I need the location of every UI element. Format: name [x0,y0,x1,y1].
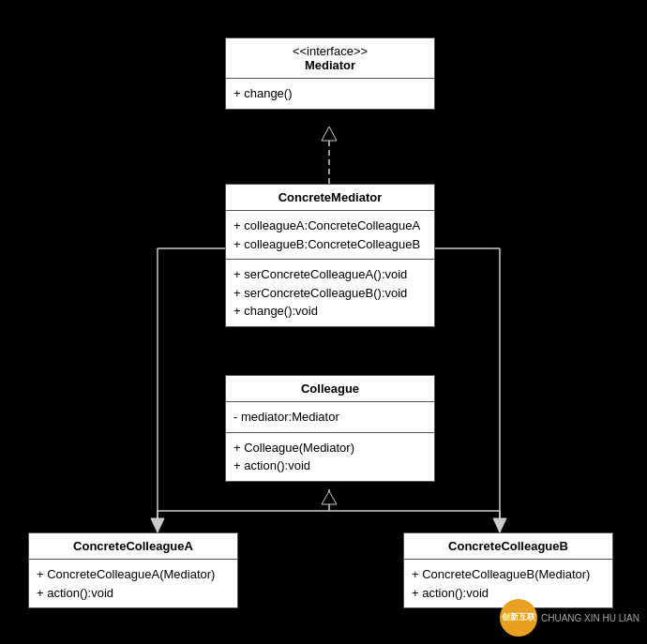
mediator-method-1: + change() [233,84,427,103]
cm-field-2: + colleagueB:ConcreteColleagueB [233,235,427,254]
mediator-methods: + change() [226,79,434,109]
watermark-logo-text: 创新互联 [502,613,535,622]
svg-marker-1 [322,127,337,141]
ccb-name: ConcreteColleagueB [448,539,568,553]
watermark-site-text: CHUANG XIN HU LIAN [541,613,639,623]
cm-method-3: + change():void [233,302,427,321]
concrete-mediator-fields: + colleagueA:ConcreteColleagueA + collea… [226,211,434,260]
colleague-method-2: + action():void [233,457,427,475]
concrete-mediator-header: ConcreteMediator [226,185,434,211]
colleague-header: Colleague [226,376,434,402]
mediator-name: Mediator [305,58,355,72]
ccb-method-1: + ConcreteColleagueB(Mediator) [412,565,605,584]
mediator-box: <<interface>> Mediator + change() [225,37,435,110]
concrete-mediator-name: ConcreteMediator [278,190,383,204]
watermark: 创新互联 CHUANG XIN HU LIAN [500,599,639,637]
concrete-mediator-box: ConcreteMediator + colleagueA:ConcreteCo… [225,184,435,327]
mediator-stereotype: <<interface>> [233,44,427,58]
colleague-method-1: + Colleague(Mediator) [233,439,427,457]
svg-marker-4 [151,518,164,532]
mediator-header: <<interface>> Mediator [226,38,434,79]
cca-header: ConcreteColleagueA [29,533,237,560]
colleague-fields: - mediator:Mediator [226,402,434,433]
cm-field-1: + colleagueA:ConcreteColleagueA [233,217,427,235]
colleague-name: Colleague [301,382,359,396]
svg-marker-7 [493,518,506,532]
colleague-box: Colleague - mediator:Mediator + Colleagu… [225,375,435,482]
cca-name: ConcreteColleagueA [73,539,193,553]
cm-method-1: + serConcreteColleagueA():void [233,265,427,284]
cca-methods: + ConcreteColleagueA(Mediator) + action(… [29,560,237,607]
svg-marker-13 [322,491,337,504]
cca-method-1: + ConcreteColleagueA(Mediator) [37,565,230,584]
concrete-mediator-methods: + serConcreteColleagueA():void + serConc… [226,260,434,326]
watermark-logo: 创新互联 [500,599,537,637]
diagram-container: <<interface>> Mediator + change() Concre… [0,0,647,644]
concrete-colleague-b-box: ConcreteColleagueB + ConcreteColleagueB(… [403,532,613,608]
colleague-methods: + Colleague(Mediator) + action():void [226,433,434,481]
ccb-header: ConcreteColleagueB [404,533,612,560]
cm-method-2: + serConcreteColleagueB():void [233,284,427,303]
cca-method-2: + action():void [37,584,230,603]
colleague-field-1: - mediator:Mediator [233,408,427,427]
concrete-colleague-a-box: ConcreteColleagueA + ConcreteColleagueA(… [28,532,238,608]
